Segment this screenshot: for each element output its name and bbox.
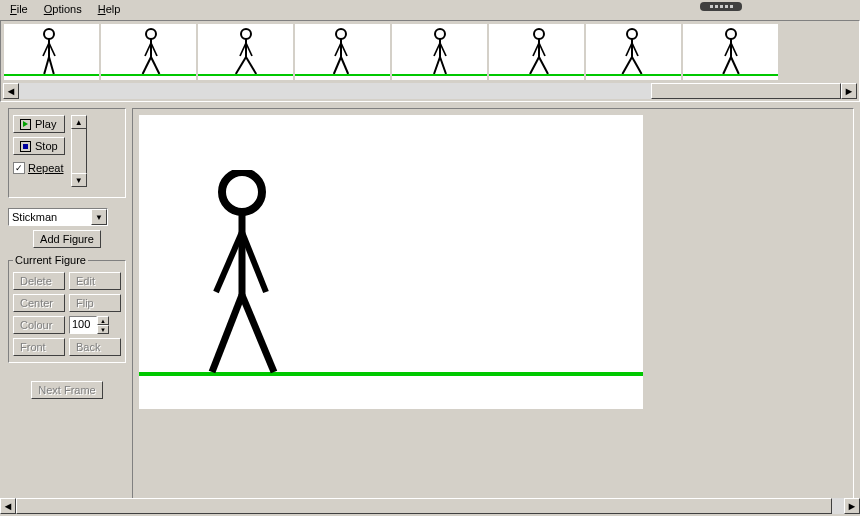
play-button[interactable]: Play [13,115,65,133]
timeline-frame[interactable] [198,24,293,80]
svg-line-34 [530,57,539,74]
scroll-right-icon[interactable]: ► [841,83,857,99]
add-figure-button[interactable]: Add Figure [33,230,101,248]
stick-figure[interactable] [194,170,314,380]
timeline-frame[interactable] [392,24,487,80]
grip-handle[interactable] [700,2,742,11]
svg-line-52 [212,295,242,372]
svg-line-11 [151,57,159,74]
svg-line-10 [143,57,151,74]
scroll-left-icon[interactable]: ◄ [0,498,16,514]
checkbox-icon: ✓ [13,162,25,174]
delete-button[interactable]: Delete [13,272,65,290]
timeline-frame[interactable] [295,24,390,80]
svg-line-5 [49,57,54,74]
svg-point-30 [534,29,544,39]
svg-line-17 [246,57,256,74]
svg-line-23 [341,57,348,74]
timeline-scrollbar[interactable]: ◄ ► [3,83,857,99]
front-button[interactable]: Front [13,338,65,356]
stop-button[interactable]: Stop [13,137,65,155]
next-frame-button[interactable]: Next Frame [31,381,102,399]
timeline-panel: ◄ ► [0,20,860,102]
figure-type-dropdown[interactable]: Stickman ▼ [8,208,108,226]
svg-line-28 [434,57,440,74]
colour-button[interactable]: Colour [13,316,65,334]
timeline-frame[interactable] [489,24,584,80]
repeat-checkbox[interactable]: ✓ Repeat [13,162,65,174]
spinner-up-icon[interactable]: ▲ [71,115,87,129]
opacity-input[interactable]: 100 [69,316,97,334]
svg-line-41 [632,57,642,74]
menu-file[interactable]: FFileile [2,2,36,16]
scroll-thumb[interactable] [651,83,841,99]
timeline-frame[interactable] [4,24,99,80]
current-figure-panel: Current Figure Delete Edit Center Flip C… [8,254,126,363]
svg-line-16 [236,57,246,74]
svg-point-12 [241,29,251,39]
sidebar: Play Stop ✓ Repeat ▲ ▼ [0,102,130,500]
svg-point-24 [435,29,445,39]
svg-line-51 [242,232,266,292]
svg-line-50 [216,232,242,292]
svg-line-22 [334,57,341,74]
canvas[interactable] [139,115,643,409]
opacity-up-icon[interactable]: ▲ [97,316,109,325]
svg-point-42 [726,29,736,39]
frame-strip [3,23,857,83]
timeline-frame[interactable] [586,24,681,80]
current-figure-legend: Current Figure [13,254,88,266]
scroll-right-icon[interactable]: ► [844,498,860,514]
menu-help[interactable]: Help [90,2,129,16]
speed-spinner[interactable]: ▲ ▼ [71,115,87,187]
center-button[interactable]: Center [13,294,65,312]
bottom-scrollbar[interactable]: ◄ ► [0,498,860,514]
edit-button[interactable]: Edit [69,272,121,290]
back-button[interactable]: Back [69,338,121,356]
opacity-down-icon[interactable]: ▼ [97,325,109,334]
scroll-thumb[interactable] [16,498,832,514]
scroll-left-icon[interactable]: ◄ [3,83,19,99]
svg-line-53 [242,295,274,372]
svg-line-47 [731,57,739,74]
svg-line-40 [622,57,632,74]
play-icon [20,119,31,130]
svg-point-36 [627,29,637,39]
dropdown-icon[interactable]: ▼ [91,209,107,225]
svg-line-29 [440,57,446,74]
stop-icon [20,141,31,152]
menu-options[interactable]: Options [36,2,90,16]
svg-point-48 [222,172,262,212]
svg-point-18 [336,29,346,39]
svg-line-35 [539,57,548,74]
svg-line-46 [723,57,731,74]
timeline-frame[interactable] [683,24,778,80]
timeline-frame[interactable] [101,24,196,80]
spinner-down-icon[interactable]: ▼ [71,173,87,187]
svg-point-6 [146,29,156,39]
svg-point-0 [44,29,54,39]
flip-button[interactable]: Flip [69,294,121,312]
canvas-area [132,108,854,500]
svg-line-4 [44,57,49,74]
playback-panel: Play Stop ✓ Repeat ▲ ▼ [8,108,126,198]
